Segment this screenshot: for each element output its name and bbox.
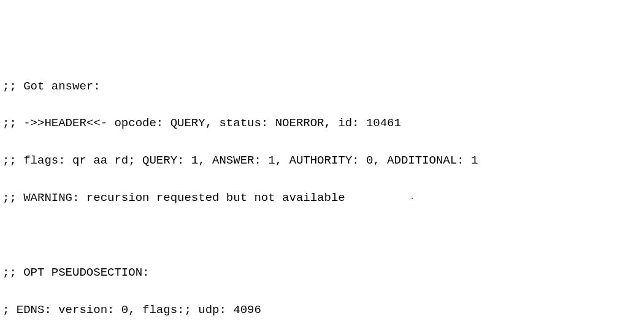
blank-line (2, 226, 642, 245)
output-line: ;; OPT PSEUDOSECTION: (2, 263, 642, 282)
output-line: ;; flags: qr aa rd; QUERY: 1, ANSWER: 1,… (2, 151, 642, 170)
output-line: ;; Got answer: (2, 77, 642, 96)
output-line: ;; ->>HEADER<<- opcode: QUERY, status: N… (2, 114, 642, 132)
output-line: ; EDNS: version: 0, flags:; udp: 4096 (2, 301, 642, 319)
output-line: ;; WARNING: recursion requested but not … (2, 189, 642, 207)
cursor-dot: . (410, 190, 415, 203)
